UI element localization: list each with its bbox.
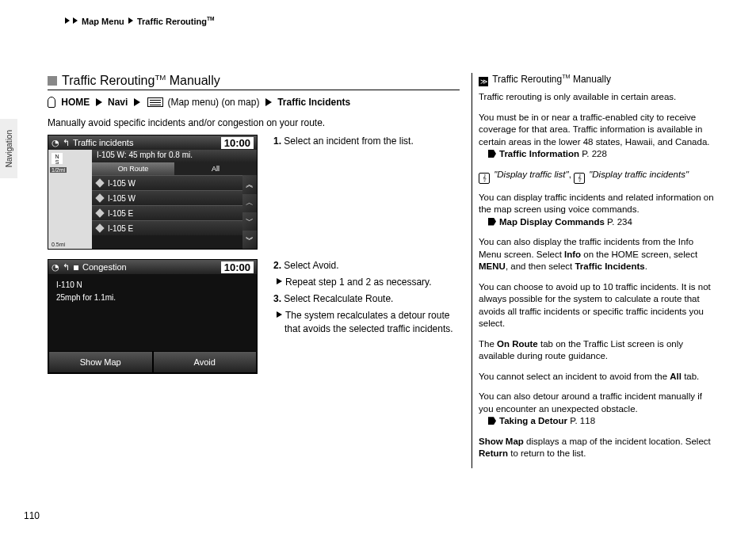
heading-text: Traffic Rerouting (62, 74, 155, 87)
sidebar-text: The On Route tab on the Traffic List scr… (479, 338, 717, 363)
sidebar-text: You can choose to avoid up to 10 traffic… (479, 281, 717, 330)
back-icon: ↰ (63, 138, 70, 148)
square-bullet-icon (48, 76, 57, 86)
section-heading: Traffic ReroutingTM Manually (48, 73, 460, 90)
avoid-button[interactable]: Avoid (153, 351, 258, 373)
nav-path-item: Navi (108, 97, 128, 108)
breadcrumb-item: Traffic Rerouting (137, 17, 207, 26)
home-icon (48, 97, 55, 108)
incident-summary: I-105 W: 45 mph for 0.8 mi. (92, 150, 257, 162)
sidebar-text: You can also detour around a traffic inc… (479, 391, 717, 428)
trademark: TM (155, 73, 166, 82)
chevron-right-icon (265, 98, 272, 106)
diamond-icon (95, 179, 104, 188)
sidebar-text: You must be in or near a traffic-enabled… (479, 112, 717, 161)
list-item-label: I-105 E (108, 224, 133, 233)
menu-icon (147, 97, 163, 107)
sidebar-text: You can display traffic incidents and re… (479, 192, 717, 229)
list-item[interactable]: I-105 W (92, 175, 242, 190)
distance-badge: 1/2mi (50, 167, 67, 173)
signal-icon: ◔ (52, 138, 59, 148)
clock: 10:00 (221, 261, 254, 273)
diamond-icon (95, 209, 104, 218)
chevron-right-icon (96, 98, 102, 106)
step-3-sub: The system recalculates a detour route t… (273, 309, 460, 336)
sidebar-text: Show Map displays a map of the incident … (479, 436, 717, 460)
info-sidebar: ≫ Traffic ReroutingTM Manually Traffic r… (472, 73, 717, 468)
diamond-icon: ◆ (71, 261, 82, 273)
info-chip-icon: ≫ (479, 77, 488, 86)
sub-bullet-icon (277, 311, 282, 318)
page-number: 110 (24, 510, 40, 521)
scroll-bottom-button[interactable]: ︾ (242, 231, 257, 249)
sidebar-text: You cannot select an incident to avoid f… (479, 371, 717, 383)
sidebar-text: You can also display the traffic inciden… (479, 236, 717, 273)
chevron-right-icon (128, 17, 133, 24)
sidebar-text: Traffic rerouting is only available in c… (479, 91, 717, 104)
tab-on-route[interactable]: On Route (92, 162, 174, 175)
chevron-right-icon (73, 17, 78, 24)
list-item[interactable]: I-105 E (92, 220, 242, 235)
sidebar-title: ≫ Traffic ReroutingTM Manually (479, 73, 717, 86)
breadcrumb: Map Menu Traffic ReroutingTM (63, 16, 215, 26)
tab-all[interactable]: All (174, 162, 257, 175)
intro-text: Manually avoid specific incidents and/or… (48, 117, 460, 128)
diamond-icon (95, 194, 104, 203)
clock: 10:00 (221, 137, 254, 149)
signal-icon: ◔ (52, 262, 59, 273)
nav-path-item: HOME (61, 97, 90, 108)
scroll-top-button[interactable]: ︽ (242, 175, 257, 193)
incident-detail: 25mph for 1.1mi. (56, 292, 249, 304)
show-map-button[interactable]: Show Map (48, 351, 153, 373)
sub-bullet-icon (277, 278, 282, 284)
screen-title: Congestion (82, 262, 127, 272)
ref-icon (488, 417, 496, 425)
heading-text: Manually (166, 74, 220, 87)
screen-title: Traffic incidents (73, 138, 133, 147)
map-preview: NS 1/2mi 0.5mi (48, 150, 92, 249)
list-item-label: I-105 W (108, 179, 136, 188)
screenshot-traffic-incidents: ◔ ↰ Traffic incidents 10:00 NS 1/2mi 0.5… (48, 135, 258, 250)
ref-icon (488, 150, 496, 158)
scroll-down-button[interactable]: ﹀ (242, 212, 257, 231)
list-item-label: I-105 W (108, 194, 136, 203)
nav-path-item: (Map menu) (on map) (167, 97, 259, 108)
section-tab: Navigation (0, 119, 17, 178)
breadcrumb-item: Map Menu (82, 17, 124, 26)
list-item-label: I-105 E (108, 209, 133, 218)
chevron-right-icon (65, 17, 70, 24)
scale-label: 0.5mi (52, 242, 65, 247)
nav-path: HOME Navi (Map menu) (on map) Traffic In… (48, 97, 460, 108)
screenshot-congestion: ◔ ↰ ◆ Congestion 10:00 I-110 N 25mph for… (48, 259, 258, 374)
step-2: 2. Select Avoid. (273, 259, 460, 273)
scroll-up-button[interactable]: ︿ (242, 194, 257, 212)
list-item[interactable]: I-105 E (92, 205, 242, 220)
sidebar-voice: 𝄞 "Display traffic list", 𝄞 "Display tra… (479, 169, 717, 184)
nav-path-item: Traffic Incidents (277, 97, 350, 108)
section-tab-label: Navigation (5, 130, 13, 167)
chevron-right-icon (134, 98, 140, 106)
step-3: 3. Select Recalculate Route. (273, 292, 460, 306)
step-2-sub: Repeat step 1 and 2 as necessary. (273, 276, 460, 289)
voice-icon: 𝄞 (479, 173, 490, 184)
back-icon: ↰ (63, 262, 70, 273)
voice-icon: 𝄞 (574, 173, 585, 184)
list-item[interactable]: I-105 W (92, 190, 242, 205)
ref-icon (488, 218, 496, 226)
diamond-icon (95, 224, 104, 233)
compass-icon: NS (52, 153, 63, 164)
incident-road: I-110 N (56, 279, 249, 292)
step-1: 1. Select an incident from the list. (273, 135, 460, 148)
trademark: TM (207, 16, 215, 21)
